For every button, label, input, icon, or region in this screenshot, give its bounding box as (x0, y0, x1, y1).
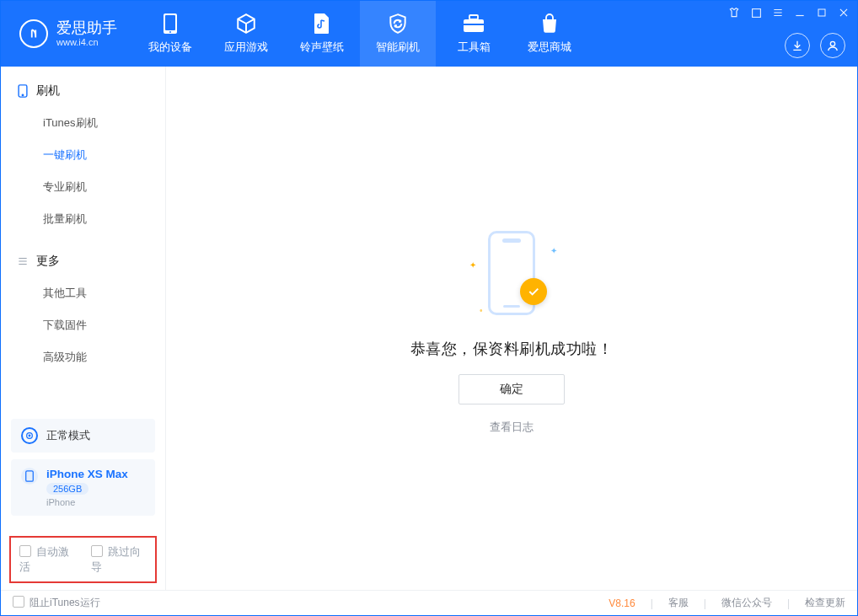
sparkle-icon: ✦ (469, 260, 476, 270)
mode-card[interactable]: 正常模式 (11, 419, 155, 453)
separator: | (787, 597, 790, 609)
toolbox-icon (463, 13, 485, 35)
view-log-link[interactable]: 查看日志 (490, 420, 534, 435)
mode-label: 正常模式 (46, 428, 90, 443)
sidebar-group-more[interactable]: 更多 (1, 245, 165, 277)
device-info: iPhone XS Max 256GB iPhone (46, 468, 128, 507)
sparkle-icon: ✦ (550, 246, 557, 255)
shirt-icon[interactable] (727, 6, 741, 19)
app-url: www.i4.cn (56, 37, 117, 47)
svg-rect-3 (464, 19, 484, 32)
separator: | (704, 597, 706, 609)
box-icon[interactable] (749, 6, 763, 19)
menu-icon[interactable] (771, 6, 785, 19)
cb-block-itunes[interactable]: 阻止iTunes运行 (13, 596, 100, 610)
music-file-icon (311, 13, 333, 35)
group-title: 刷机 (36, 83, 60, 99)
device-capacity: 256GB (46, 483, 88, 495)
svg-point-8 (830, 41, 834, 46)
group-title: 更多 (36, 254, 60, 269)
account-button[interactable] (820, 33, 845, 58)
topbar: 爱思助手 www.i4.cn 我的设备 应用游戏 铃声壁纸 智 (1, 1, 857, 67)
device-icon (159, 13, 181, 35)
device-card[interactable]: iPhone XS Max 256GB iPhone (11, 459, 155, 516)
nav-label: 智能刷机 (376, 40, 420, 55)
sidebar: 刷机 iTunes刷机 一键刷机 专业刷机 批量刷机 更多 其他工具 下载固件 … (1, 67, 166, 590)
download-button[interactable] (785, 33, 810, 58)
sidebar-item-itunes[interactable]: iTunes刷机 (1, 107, 165, 139)
sidebar-item-other[interactable]: 其他工具 (1, 277, 165, 309)
svg-rect-7 (818, 9, 825, 16)
cube-icon (235, 13, 257, 35)
success-text: 恭喜您，保资料刷机成功啦！ (410, 339, 614, 359)
svg-point-10 (22, 94, 23, 95)
bag-icon (539, 13, 560, 35)
minimize-icon[interactable] (793, 6, 807, 19)
nav-label: 铃声壁纸 (300, 40, 344, 55)
sidebar-item-firmware[interactable]: 下载固件 (1, 309, 165, 341)
link-support[interactable]: 客服 (668, 596, 689, 610)
checkbox-icon (91, 545, 103, 557)
link-wechat[interactable]: 微信公众号 (721, 596, 772, 610)
checkbox-icon (13, 596, 24, 608)
nav-apps[interactable]: 应用游戏 (208, 1, 284, 67)
mode-icon (21, 427, 38, 444)
device-name: iPhone XS Max (46, 468, 128, 480)
svg-rect-1 (165, 15, 175, 30)
refresh-shield-icon (387, 13, 409, 35)
cb-label: 阻止iTunes运行 (29, 597, 100, 608)
svg-rect-4 (469, 15, 478, 19)
ok-button[interactable]: 确定 (458, 374, 565, 404)
cb-skip-guide[interactable]: 跳过向导 (91, 544, 147, 575)
svg-rect-5 (464, 24, 484, 25)
success-illustration: ✦ ✦ • (461, 222, 562, 324)
sidebar-item-onekey[interactable]: 一键刷机 (1, 139, 165, 171)
sidebar-group-flash[interactable]: 刷机 (1, 75, 165, 107)
svg-rect-13 (26, 471, 34, 481)
nav-store[interactable]: 爱思商城 (512, 1, 587, 67)
statusbar: 阻止iTunes运行 V8.16 | 客服 | 微信公众号 | 检查更新 (1, 590, 857, 615)
checkbox-row-highlight: 自动激活 跳过向导 (9, 536, 157, 583)
checkbox-icon (19, 545, 31, 557)
svg-rect-6 (752, 8, 760, 17)
nav-flash[interactable]: 智能刷机 (360, 1, 436, 67)
main-area: ✦ ✦ • 恭喜您，保资料刷机成功啦！ 确定 查看日志 (166, 67, 857, 590)
body: 刷机 iTunes刷机 一键刷机 专业刷机 批量刷机 更多 其他工具 下载固件 … (1, 67, 857, 590)
nav-label: 我的设备 (148, 40, 192, 55)
sidebar-item-advanced[interactable]: 高级功能 (1, 341, 165, 373)
nav-my-device[interactable]: 我的设备 (132, 1, 208, 67)
cb-auto-activate[interactable]: 自动激活 (19, 544, 76, 575)
list-icon (16, 254, 29, 268)
topbar-right-buttons (785, 33, 845, 58)
nav-label: 爱思商城 (528, 40, 571, 55)
sidebar-item-pro[interactable]: 专业刷机 (1, 171, 165, 203)
close-icon[interactable] (837, 6, 850, 19)
nav-label: 工具箱 (458, 40, 491, 55)
checkmark-badge-icon (520, 278, 547, 305)
logo-block[interactable]: 爱思助手 www.i4.cn (1, 1, 132, 67)
top-nav: 我的设备 应用游戏 铃声壁纸 智能刷机 工具箱 (132, 1, 587, 67)
device-type: iPhone (46, 497, 128, 507)
sparkle-icon: • (480, 306, 483, 315)
sidebar-scroll: 刷机 iTunes刷机 一键刷机 专业刷机 批量刷机 更多 其他工具 下载固件 … (1, 67, 165, 419)
svg-point-2 (169, 31, 171, 33)
version-label: V8.16 (609, 597, 635, 609)
logo-text: 爱思助手 www.i4.cn (56, 20, 117, 47)
svg-point-12 (29, 435, 30, 437)
maximize-icon[interactable] (815, 6, 829, 19)
device-card-icon (21, 468, 38, 485)
nav-label: 应用游戏 (224, 40, 268, 55)
logo-icon (19, 19, 48, 48)
phone-outline-icon (16, 84, 29, 98)
app-name: 爱思助手 (56, 20, 117, 37)
device-block: 正常模式 iPhone XS Max 256GB iPhone (1, 419, 165, 531)
nav-toolbox[interactable]: 工具箱 (436, 1, 512, 67)
sidebar-item-batch[interactable]: 批量刷机 (1, 203, 165, 235)
separator: | (651, 597, 653, 609)
nav-ringtone[interactable]: 铃声壁纸 (284, 1, 360, 67)
window-controls (727, 6, 850, 19)
link-update[interactable]: 检查更新 (805, 596, 845, 610)
